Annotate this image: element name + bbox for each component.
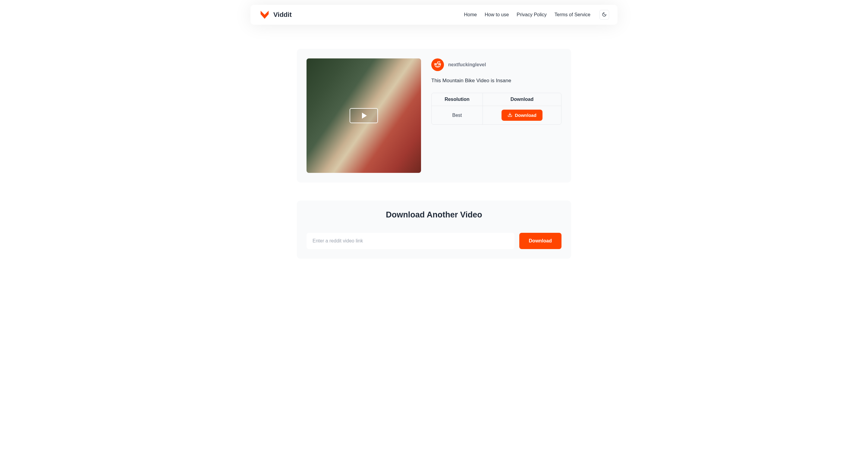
video-info: nextfuckinglevel This Mountain Bike Vide…: [431, 59, 561, 125]
brand-name: Viddit: [273, 11, 292, 19]
subreddit-row: nextfuckinglevel: [431, 59, 561, 71]
nav-links: Home How to use Privacy Policy Terms of …: [464, 10, 609, 20]
nav-link-terms[interactable]: Terms of Service: [555, 12, 590, 18]
table-row: Best Download: [432, 106, 561, 124]
input-row: Download: [307, 233, 561, 249]
download-button-label: Download: [515, 113, 536, 118]
download-another-title: Download Another Video: [307, 210, 561, 220]
nav-link-how-to-use[interactable]: How to use: [485, 12, 509, 18]
svg-point-1: [438, 64, 439, 65]
th-download: Download: [483, 93, 561, 106]
moon-icon: [602, 12, 607, 18]
reddit-icon: [431, 59, 444, 71]
nav-link-home[interactable]: Home: [464, 12, 477, 18]
video-thumbnail: [307, 59, 421, 173]
download-another-card: Download Another Video Download: [297, 201, 571, 259]
nav-link-privacy[interactable]: Privacy Policy: [517, 12, 547, 18]
download-icon: [507, 112, 513, 118]
th-resolution: Resolution: [432, 93, 483, 106]
viddit-logo-icon: [259, 9, 270, 21]
subreddit-name[interactable]: nextfuckinglevel: [448, 62, 486, 67]
play-button[interactable]: [350, 108, 378, 123]
download-button[interactable]: Download: [501, 110, 542, 121]
reddit-link-input[interactable]: [307, 233, 515, 249]
download-another-button[interactable]: Download: [519, 233, 561, 249]
video-title: This Mountain Bike Video is Insane: [431, 78, 561, 84]
play-icon: [362, 113, 367, 119]
svg-point-0: [436, 64, 437, 65]
theme-toggle-button[interactable]: [599, 10, 609, 20]
video-result-card: nextfuckinglevel This Mountain Bike Vide…: [297, 49, 571, 182]
download-table: Resolution Download Best: [431, 93, 561, 125]
cell-resolution: Best: [432, 106, 483, 124]
logo[interactable]: Viddit: [259, 9, 292, 21]
navbar: Viddit Home How to use Privacy Policy Te…: [250, 5, 618, 25]
